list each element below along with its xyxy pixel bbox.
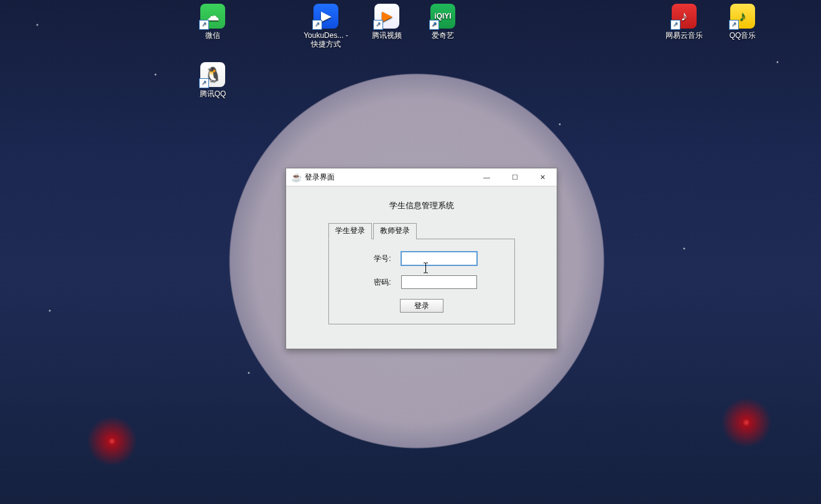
password-input[interactable] bbox=[401, 275, 477, 289]
shortcut-arrow-icon: ↗ bbox=[199, 20, 209, 30]
student-id-label: 学号: bbox=[366, 254, 391, 264]
desktop-icon-qq[interactable]: 🐧↗ 腾讯QQ bbox=[187, 62, 239, 98]
icon-label: QQ音乐 bbox=[717, 31, 769, 40]
shortcut-arrow-icon: ↗ bbox=[199, 78, 209, 88]
password-label: 密码: bbox=[366, 277, 391, 288]
system-title: 学生信息管理系统 bbox=[299, 200, 544, 211]
window-titlebar[interactable]: ☕ 登录界面 — ☐ ✕ bbox=[286, 168, 557, 186]
desktop-icon-wechat[interactable]: ☁↗ 微信 bbox=[187, 4, 239, 40]
login-button[interactable]: 登录 bbox=[400, 299, 443, 313]
window-title: 登录界面 bbox=[305, 172, 335, 183]
icon-label: 网易云音乐 bbox=[658, 31, 710, 40]
desktop-icon-netease-music[interactable]: ♪↗ 网易云音乐 bbox=[658, 4, 710, 40]
login-window: ☕ 登录界面 — ☐ ✕ 学生信息管理系统 学生登录 教师登录 学号: bbox=[285, 168, 557, 349]
tencent-video-icon: ▶↗ bbox=[374, 4, 399, 29]
maximize-button[interactable]: ☐ bbox=[501, 168, 529, 186]
wechat-icon: ☁↗ bbox=[200, 4, 225, 29]
desktop-icon-tencent-video[interactable]: ▶↗ 腾讯视频 bbox=[361, 4, 413, 40]
icon-label: 微信 bbox=[187, 31, 239, 40]
iqiyi-icon: iQIYI↗ bbox=[430, 4, 455, 29]
tab-panel-student: 学号: 密码: 登录 bbox=[328, 239, 515, 324]
shortcut-arrow-icon: ↗ bbox=[373, 20, 383, 30]
minimize-button[interactable]: — bbox=[473, 168, 501, 186]
close-button[interactable]: ✕ bbox=[529, 168, 557, 186]
desktop-icon-qq-music[interactable]: ♪↗ QQ音乐 bbox=[717, 4, 769, 40]
desktop-icon-youku[interactable]: ▶↗ YoukuDes... - 快捷方式 bbox=[300, 4, 352, 48]
shortcut-arrow-icon: ↗ bbox=[312, 20, 322, 30]
student-id-input[interactable] bbox=[401, 252, 477, 265]
icon-label: 爱奇艺 bbox=[417, 31, 469, 40]
window-client-area: 学生信息管理系统 学生登录 教师登录 学号: 密码: 登录 bbox=[286, 186, 557, 331]
icon-label: YoukuDes... - 快捷方式 bbox=[300, 31, 352, 48]
qq-music-icon: ♪↗ bbox=[730, 4, 755, 29]
netease-music-icon: ♪↗ bbox=[672, 4, 697, 29]
shortcut-arrow-icon: ↗ bbox=[429, 20, 439, 30]
qq-icon: 🐧↗ bbox=[200, 62, 225, 87]
tab-student-login[interactable]: 学生登录 bbox=[328, 223, 372, 239]
shortcut-arrow-icon: ↗ bbox=[670, 20, 680, 30]
youku-icon: ▶↗ bbox=[313, 4, 338, 29]
tab-teacher-login[interactable]: 教师登录 bbox=[373, 223, 417, 239]
java-icon: ☕ bbox=[291, 172, 301, 182]
desktop-background: ☁↗ 微信 ▶↗ YoukuDes... - 快捷方式 ▶↗ 腾讯视频 iQIY… bbox=[0, 0, 821, 504]
icon-label: 腾讯QQ bbox=[187, 89, 239, 98]
shortcut-arrow-icon: ↗ bbox=[729, 20, 739, 30]
tab-strip: 学生登录 教师登录 bbox=[328, 222, 515, 239]
desktop-icon-iqiyi[interactable]: iQIYI↗ 爱奇艺 bbox=[417, 4, 469, 40]
icon-label: 腾讯视频 bbox=[361, 31, 413, 40]
